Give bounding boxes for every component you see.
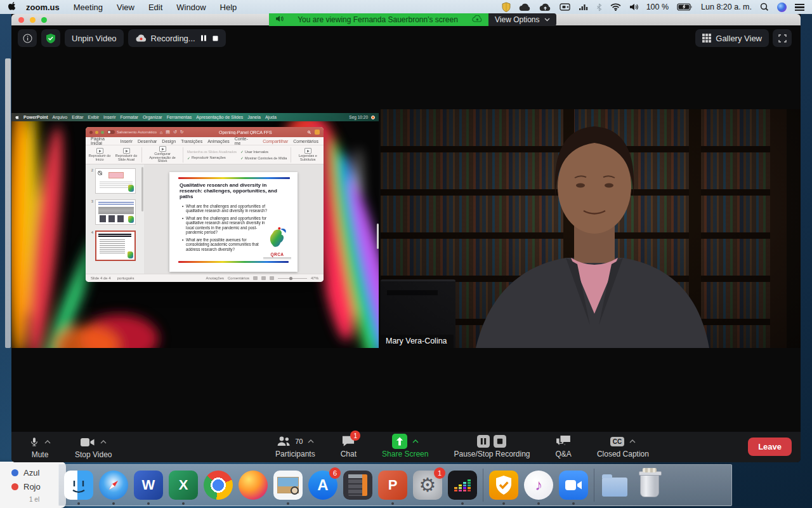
cloud-upload-icon[interactable] [539, 3, 551, 11]
pause-recording-icon[interactable] [200, 34, 207, 42]
mute-button[interactable]: Mute [28, 435, 52, 459]
share-options-chevron[interactable] [412, 439, 419, 443]
legend-label-red: Rojo [23, 482, 41, 491]
slide-thumbnail-3[interactable] [95, 199, 136, 225]
onedrive-cloud-icon[interactable] [519, 3, 531, 11]
itunes-note-glyph: ♪ [535, 476, 542, 494]
menu-view[interactable]: View [117, 3, 134, 12]
menubar-clock[interactable]: Lun 8:20 a. m. [701, 3, 752, 11]
dock-safari-icon[interactable] [99, 471, 128, 500]
dock-finder-icon[interactable] [64, 471, 93, 500]
unpin-video-button[interactable]: Unpin Video [65, 29, 124, 47]
slideshow-view-icon[interactable] [270, 276, 274, 280]
menu-window[interactable]: Window [176, 3, 206, 12]
tab-transicoes[interactable]: Transições [181, 139, 202, 144]
eq-bars-icon[interactable] [579, 3, 588, 11]
captions-subtitles-button[interactable]: Legendas e Subtítulos [295, 148, 320, 162]
volume-icon[interactable] [629, 3, 638, 11]
dock-word-icon[interactable]: W [134, 471, 163, 500]
close-window-button[interactable] [18, 17, 24, 23]
tab-design[interactable]: Design [162, 139, 176, 144]
spotlight-icon[interactable] [760, 3, 769, 11]
wifi-icon[interactable] [610, 3, 621, 11]
dock-powerpoint-icon[interactable]: P [378, 471, 407, 500]
qa-button[interactable]: Q&A [554, 434, 573, 458]
zoom-slider[interactable] [278, 278, 307, 279]
leave-meeting-button[interactable]: Leave [748, 438, 792, 456]
dock-qustodio-icon[interactable] [489, 471, 518, 500]
menu-edit[interactable]: Edit [148, 3, 162, 12]
video-options-chevron[interactable] [100, 440, 107, 444]
participants-button[interactable]: 70 Participants [274, 434, 317, 458]
save-icon: ▤ [166, 130, 170, 135]
menu-help[interactable]: Help [220, 3, 237, 12]
play-from-start-button[interactable]: Reproduzir do Início [88, 148, 111, 162]
minimize-window-button[interactable] [30, 17, 36, 23]
view-options-button[interactable]: View Options [488, 13, 556, 26]
pause-stop-recording-button[interactable]: Pause/Stop Recording [452, 434, 531, 458]
dock-excel-icon[interactable]: X [169, 471, 198, 500]
slide-thumbnail-4-selected[interactable] [95, 231, 136, 261]
stop-video-button[interactable]: Stop Video [74, 435, 114, 459]
use-timings-checkbox[interactable]: ✓Usar Intervalos [240, 149, 287, 154]
comments-button[interactable]: Comentários [293, 139, 318, 144]
cc-options-chevron[interactable] [629, 439, 636, 443]
dock-itunes-icon[interactable]: ♪ [524, 471, 553, 500]
pause-recording-toolbar-icon[interactable] [477, 435, 490, 448]
keep-slides-updated-checkbox[interactable]: Mantenha os Slides Atualizados [187, 150, 237, 154]
fullscreen-button[interactable] [773, 29, 792, 47]
tab-inserir[interactable]: Inserir [121, 139, 133, 144]
active-app-name[interactable]: zoom.us [26, 3, 60, 12]
pane-resize-handle[interactable] [377, 224, 379, 249]
setup-slideshow-button[interactable]: Configurar Apresentação de Slides [146, 146, 179, 163]
dock-trash-icon[interactable] [635, 471, 664, 500]
show-media-controls-checkbox[interactable]: ✓Mostrar Controles de Mídia [240, 156, 287, 160]
autosave-toggle[interactable]: Salvamento Automático [107, 130, 157, 134]
language-indicator[interactable]: português [117, 276, 134, 280]
notification-center-icon[interactable] [795, 4, 804, 11]
dock-chrome-icon[interactable] [204, 471, 233, 500]
siri-icon[interactable] [777, 3, 787, 12]
thumbnail-scrollbar[interactable] [141, 167, 143, 211]
camera-status-icon[interactable] [560, 3, 570, 11]
zoom-percentage[interactable]: 47% [311, 276, 318, 280]
play-narrations-checkbox[interactable]: ✓Reproduzir Narrações [187, 156, 237, 160]
participant-video-tile[interactable]: Mary Vera-Colina [381, 109, 801, 348]
dock-zoom-icon[interactable] [559, 471, 588, 500]
dock-appstore-icon[interactable]: A 6 [308, 471, 337, 500]
bluetooth-icon[interactable] [596, 3, 602, 11]
stop-recording-icon[interactable] [212, 35, 219, 42]
slide-thumbnail-2[interactable] [95, 168, 136, 194]
encryption-shield-button[interactable] [41, 29, 60, 47]
tab-conte-me[interactable]: Conte-me [235, 137, 252, 145]
play-from-current-button[interactable]: Reproduzir do Slide Atual [115, 148, 138, 162]
meeting-info-button[interactable] [18, 29, 37, 47]
zoom-window-button[interactable] [41, 17, 47, 23]
tab-desenhar[interactable]: Desenhar [138, 139, 157, 144]
dock-downloads-folder-icon[interactable] [600, 471, 629, 500]
closed-caption-button[interactable]: CC Closed Caption [596, 434, 650, 458]
ppt-search-icon[interactable]: 🔍︎ [307, 130, 311, 135]
participants-chevron[interactable] [308, 439, 314, 443]
dock-deezer-icon[interactable] [448, 471, 477, 500]
stop-recording-toolbar-icon[interactable] [494, 435, 506, 448]
share-document-button[interactable]: Compartilhar [263, 139, 288, 144]
normal-view-icon[interactable] [253, 276, 258, 280]
traffic-lights[interactable] [18, 17, 47, 23]
tab-animacoes[interactable]: Animações [207, 139, 230, 144]
tab-pagina-inicial[interactable]: Página Inicial [91, 137, 115, 145]
menu-meeting[interactable]: Meeting [74, 3, 103, 12]
mute-options-chevron[interactable] [44, 440, 51, 444]
dock-firefox-icon[interactable] [239, 471, 268, 500]
shield-status-icon[interactable] [502, 2, 511, 12]
dock-preview-icon[interactable] [273, 471, 303, 500]
share-screen-button[interactable]: Share Screen [381, 434, 429, 458]
statusbar-comments-button[interactable]: Comentários [228, 276, 249, 280]
dock-system-preferences-icon[interactable]: ⚙ 1 [413, 471, 442, 500]
notes-button[interactable]: Anotações [206, 276, 224, 280]
slide-sorter-icon[interactable] [261, 276, 266, 280]
dock-calculator-icon[interactable] [343, 471, 372, 500]
chat-button[interactable]: 1 Chat [339, 434, 358, 458]
gallery-view-button[interactable]: Gallery View [695, 29, 769, 47]
apple-menu-icon[interactable] [8, 1, 16, 13]
